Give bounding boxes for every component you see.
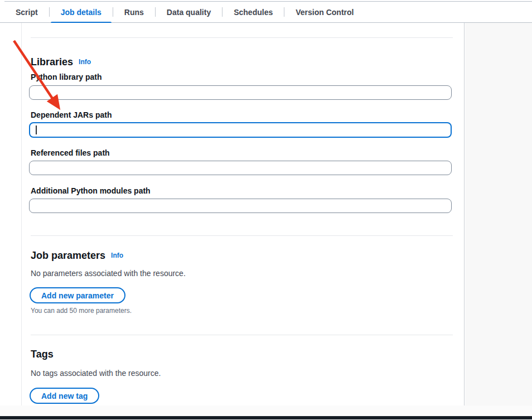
dependent-jars-path-label: Dependent JARs path (31, 110, 112, 119)
job-details-panel: LibrariesInfo Python library path Depend… (21, 23, 465, 405)
page-background-gutter (465, 23, 532, 405)
additional-python-modules-path-input[interactable] (29, 199, 452, 213)
footer-bar (0, 416, 532, 419)
text-cursor (36, 125, 37, 134)
tab-schedules[interactable]: Schedules (223, 2, 284, 22)
job-parameters-heading: Job parametersInfo (31, 250, 123, 262)
additional-python-modules-path-label: Additional Python modules path (31, 186, 151, 195)
job-parameters-empty-text: No parameters associated with the resour… (31, 269, 186, 278)
section-divider (31, 235, 453, 236)
tab-job-details[interactable]: Job details (50, 2, 113, 22)
referenced-files-path-label: Referenced files path (31, 148, 110, 157)
add-new-parameter-button[interactable]: Add new parameter (30, 287, 125, 303)
tab-data-quality[interactable]: Data quality (156, 2, 222, 22)
tab-runs[interactable]: Runs (113, 2, 155, 22)
tab-script[interactable]: Script (4, 2, 49, 22)
referenced-files-path-input[interactable] (29, 161, 452, 175)
tags-empty-text: No tags associated with the resource. (31, 369, 161, 378)
tags-heading: Tags (31, 349, 54, 360)
libraries-info-link[interactable]: Info (79, 58, 91, 66)
dependent-jars-path-input[interactable] (29, 122, 452, 138)
job-tabs: Script Job details Runs Data quality Sch… (0, 2, 532, 23)
python-library-path-label: Python library path (31, 73, 102, 81)
tab-version-control[interactable]: Version Control (284, 2, 365, 22)
job-parameters-info-link[interactable]: Info (111, 252, 123, 259)
section-divider (31, 37, 453, 38)
job-parameters-hint-text: You can add 50 more parameters. (31, 307, 132, 315)
python-library-path-input[interactable] (29, 85, 452, 100)
add-new-tag-button[interactable]: Add new tag (30, 388, 99, 404)
libraries-heading: LibrariesInfo (31, 56, 91, 68)
section-divider (31, 335, 453, 335)
